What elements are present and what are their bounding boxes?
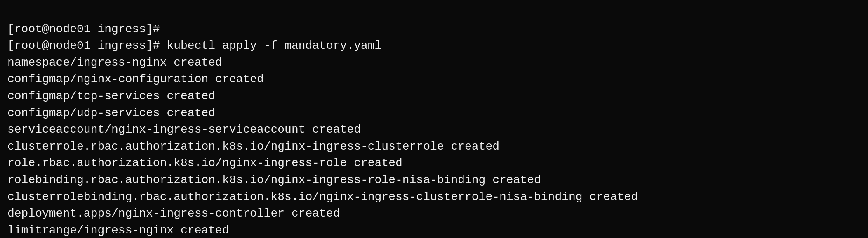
terminal-line: namespace/ingress-nginx created [7,55,861,71]
terminal-line: configmap/udp-services created [7,105,861,122]
terminal-line: rolebinding.rbac.authorization.k8s.io/ng… [7,172,861,189]
terminal-line: configmap/nginx-configuration created [7,71,861,88]
terminal-line: configmap/tcp-services created [7,88,861,105]
terminal-line: serviceaccount/nginx-ingress-serviceacco… [7,121,861,138]
terminal-line: clusterrolebinding.rbac.authorization.k8… [7,189,861,206]
terminal-line: deployment.apps/nginx-ingress-controller… [7,205,861,222]
terminal-line: limitrange/ingress-nginx created [7,222,861,238]
terminal-line: clusterrole.rbac.authorization.k8s.io/ng… [7,138,861,155]
terminal-window: [root@node01 ingress]#[root@node01 ingre… [7,4,861,238]
terminal-line: [root@node01 ingress]# [7,21,861,38]
terminal-line: role.rbac.authorization.k8s.io/nginx-ing… [7,155,861,172]
terminal-line: [root@node01 ingress]# kubectl apply -f … [7,38,861,55]
